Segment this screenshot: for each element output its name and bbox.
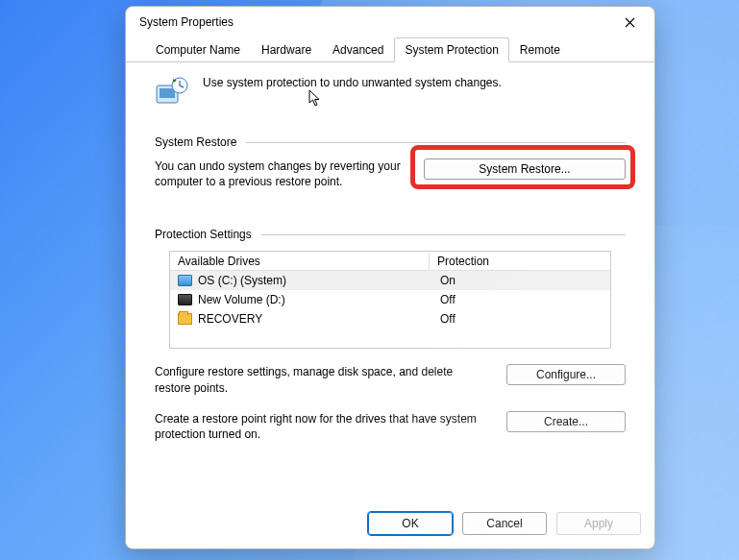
create-button[interactable]: Create...: [506, 411, 626, 432]
system-restore-heading-label: System Restore: [155, 135, 236, 149]
title-bar: System Properties: [126, 7, 654, 37]
configure-row: Configure restore settings, manage disk …: [155, 364, 626, 395]
cancel-button[interactable]: Cancel: [462, 512, 547, 535]
column-available-drives[interactable]: Available Drives: [170, 253, 430, 270]
drive-status: On: [440, 274, 603, 287]
drive-status: Off: [440, 312, 603, 326]
system-restore-button[interactable]: System Restore...: [424, 158, 626, 180]
drive-name: OS (C:) (System): [198, 274, 434, 287]
tab-strip: Computer Name Hardware Advanced System P…: [126, 37, 654, 62]
system-protection-icon: [155, 76, 189, 110]
tab-computer-name[interactable]: Computer Name: [145, 37, 251, 61]
protection-settings-heading-label: Protection Settings: [155, 228, 252, 241]
tab-content: Use system protection to undo unwanted s…: [126, 62, 654, 502]
drive-volume-icon: [178, 294, 192, 305]
system-restore-row: You can undo system changes by reverting…: [155, 158, 626, 189]
close-button[interactable]: [608, 8, 651, 37]
drive-status: Off: [440, 293, 603, 306]
table-row-empty: [170, 329, 610, 348]
dialog-footer: OK Cancel Apply: [126, 502, 654, 548]
protection-settings-heading: Protection Settings: [155, 228, 626, 241]
tab-hardware[interactable]: Hardware: [251, 37, 322, 61]
system-properties-dialog: System Properties Computer Name Hardware…: [125, 6, 655, 549]
apply-button[interactable]: Apply: [556, 512, 641, 535]
tab-system-protection[interactable]: System Protection: [394, 37, 508, 62]
protection-settings-box: Available Drives Protection OS (C:) (Sys…: [155, 251, 626, 442]
column-protection[interactable]: Protection: [430, 253, 610, 270]
tab-advanced[interactable]: Advanced: [322, 37, 394, 61]
table-row[interactable]: OS (C:) (System) On: [170, 271, 610, 290]
intro-text: Use system protection to undo unwanted s…: [203, 76, 502, 89]
system-restore-heading: System Restore: [155, 135, 626, 149]
intro-row: Use system protection to undo unwanted s…: [155, 76, 626, 110]
drive-name: New Volume (D:): [198, 293, 434, 306]
configure-button[interactable]: Configure...: [506, 364, 626, 385]
svg-rect-1: [160, 88, 175, 98]
drive-folder-icon: [178, 313, 192, 325]
drive-os-icon: [178, 275, 192, 286]
window-title: System Properties: [139, 15, 234, 29]
table-row[interactable]: RECOVERY Off: [170, 309, 610, 329]
table-row[interactable]: New Volume (D:) Off: [170, 290, 610, 309]
cursor-icon: [308, 89, 322, 110]
system-restore-description: You can undo system changes by reverting…: [155, 158, 406, 189]
tab-remote[interactable]: Remote: [509, 37, 571, 61]
configure-description: Configure restore settings, manage disk …: [155, 364, 487, 395]
create-row: Create a restore point right now for the…: [155, 411, 626, 442]
create-description: Create a restore point right now for the…: [155, 411, 487, 442]
drive-name: RECOVERY: [198, 312, 434, 326]
drives-table: Available Drives Protection OS (C:) (Sys…: [169, 251, 611, 349]
drives-table-header: Available Drives Protection: [170, 252, 610, 271]
ok-button[interactable]: OK: [368, 512, 453, 535]
close-icon: [625, 17, 635, 28]
